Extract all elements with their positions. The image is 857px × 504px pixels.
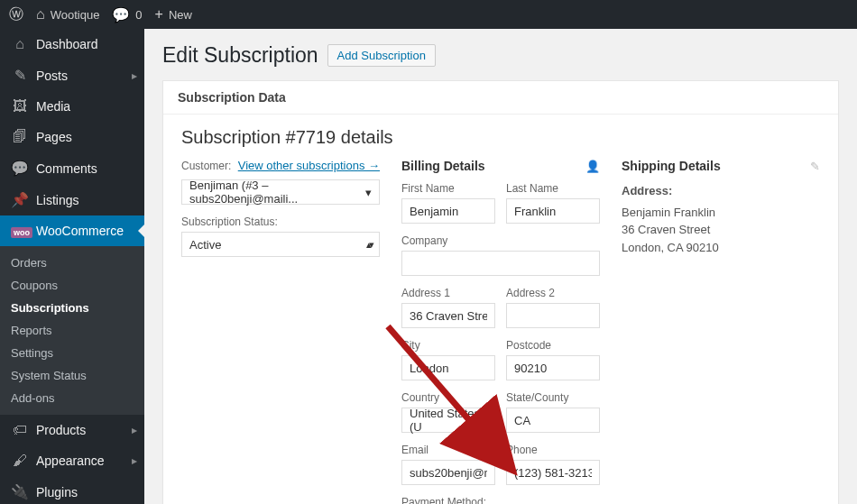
- payment-method-label: Payment Method:: [401, 496, 600, 504]
- address2-label: Address 2: [506, 287, 600, 299]
- plugins-icon: 🔌: [11, 483, 29, 500]
- postcode-label: Postcode: [506, 339, 600, 352]
- email-label: Email: [401, 444, 495, 456]
- general-column: Customer: View other subscriptions → Ben…: [181, 159, 380, 504]
- sidebar-item-pages[interactable]: 🗐Pages: [0, 122, 144, 152]
- sidebar-item-dashboard[interactable]: ⌂Dashboard: [0, 29, 144, 60]
- submenu-coupons[interactable]: Coupons: [0, 274, 144, 297]
- plus-icon: +: [155, 6, 163, 23]
- sidebar-item-media[interactable]: 🖼Media: [0, 91, 144, 122]
- sidebar-item-label: Products: [36, 423, 86, 437]
- sidebar-item-products[interactable]: 🏷Products▸: [0, 415, 144, 445]
- address-label: Address:: [622, 182, 820, 200]
- customer-select[interactable]: Benjiman (#3 – subs20benji@maili... ▾: [181, 179, 380, 205]
- site-home[interactable]: ⌂Wootique: [36, 6, 99, 23]
- phone-input[interactable]: [506, 460, 600, 485]
- submenu-orders[interactable]: Orders: [0, 252, 144, 274]
- sidebar-item-label: WooCommerce: [36, 224, 124, 238]
- city-label: City: [401, 339, 495, 352]
- subscription-heading: Subscription #7719 details: [181, 127, 820, 148]
- submenu-system-status[interactable]: System Status: [0, 364, 144, 387]
- last-name-label: Last Name: [506, 182, 600, 195]
- sidebar-item-label: Dashboard: [36, 37, 98, 51]
- view-other-subscriptions-link[interactable]: View other subscriptions →: [238, 159, 380, 172]
- sidebar-item-label: Appearance: [36, 454, 105, 468]
- status-value: Active: [189, 238, 221, 252]
- updown-icon: ▴▾: [482, 415, 487, 426]
- submenu-settings[interactable]: Settings: [0, 342, 144, 364]
- country-label: Country: [401, 391, 495, 404]
- city-input[interactable]: [401, 355, 495, 380]
- status-select[interactable]: Active ▴▾: [181, 232, 380, 257]
- submenu-reports[interactable]: Reports: [0, 319, 144, 342]
- customer-value: Benjiman (#3 – subs20benji@maili...: [189, 179, 365, 206]
- sidebar-item-label: Comments: [36, 161, 97, 176]
- address2-input[interactable]: [506, 303, 600, 328]
- pages-icon: 🗐: [11, 129, 29, 145]
- billing-title: Billing Details: [401, 159, 485, 173]
- box-title: Subscription Data: [163, 81, 838, 115]
- country-select[interactable]: United States (U▴▾: [401, 408, 495, 433]
- media-icon: 🖼: [11, 98, 29, 115]
- subscription-data-box: Subscription Data Subscription #7719 det…: [162, 80, 839, 504]
- site-name: Wootique: [51, 8, 100, 22]
- sidebar-item-posts[interactable]: ✎Posts▸: [0, 60, 144, 91]
- woocommerce-icon: woo: [11, 223, 29, 239]
- chevron-right-icon: ▸: [132, 424, 137, 436]
- posts-icon: ✎: [11, 67, 29, 84]
- state-label: State/County: [506, 391, 600, 404]
- home-icon: ⌂: [36, 6, 45, 23]
- wordpress-icon: ⓦ: [9, 5, 23, 24]
- address1-label: Address 1: [401, 287, 495, 299]
- sidebar-item-woocommerce[interactable]: wooWooCommerce: [0, 215, 144, 246]
- sidebar-item-comments[interactable]: 💬Comments: [0, 152, 144, 184]
- load-billing-icon[interactable]: 👤: [585, 160, 600, 173]
- last-name-input[interactable]: [506, 198, 600, 224]
- company-label: Company: [401, 234, 600, 247]
- shipping-title: Shipping Details: [622, 159, 721, 173]
- email-input[interactable]: [401, 460, 495, 485]
- appearance-icon: 🖌: [11, 453, 29, 469]
- country-value: United States (U: [410, 407, 482, 434]
- chevron-right-icon: ▸: [132, 69, 137, 82]
- comments-count: 0: [135, 8, 142, 22]
- sidebar-item-label: Pages: [36, 130, 72, 144]
- add-subscription-button[interactable]: Add Subscription: [327, 44, 436, 67]
- phone-label: Phone: [506, 444, 600, 456]
- company-input[interactable]: [401, 251, 600, 276]
- state-input[interactable]: [506, 408, 600, 433]
- sidebar-item-appearance[interactable]: 🖌Appearance▸: [0, 445, 144, 476]
- first-name-label: First Name: [401, 182, 495, 195]
- comments-link[interactable]: 💬0: [112, 6, 142, 23]
- submenu-subscriptions[interactable]: Subscriptions: [0, 297, 144, 319]
- comment-icon: 💬: [112, 6, 130, 23]
- new-label: New: [169, 8, 192, 22]
- dashboard-icon: ⌂: [11, 36, 29, 52]
- shipping-line-2: 36 Craven Street: [622, 221, 820, 239]
- new-content[interactable]: +New: [155, 6, 192, 23]
- address1-input[interactable]: [401, 303, 495, 328]
- products-icon: 🏷: [11, 422, 29, 438]
- admin-sidebar: ⌂Dashboard✎Posts▸🖼Media🗐Pages💬Comments📌L…: [0, 29, 144, 504]
- chevron-down-icon: ▾: [365, 186, 372, 199]
- sidebar-item-plugins[interactable]: 🔌Plugins: [0, 476, 144, 504]
- postcode-input[interactable]: [506, 355, 600, 380]
- sidebar-item-label: Listings: [36, 193, 78, 207]
- shipping-line-1: Benjamin Franklin: [622, 204, 820, 222]
- billing-column: Billing Details 👤 First Name Last Name C…: [401, 159, 600, 504]
- wp-logo[interactable]: ⓦ: [9, 5, 23, 24]
- updown-icon: ▴▾: [366, 239, 372, 251]
- page-title-row: Edit Subscription Add Subscription: [162, 43, 839, 68]
- status-label: Subscription Status:: [181, 215, 380, 228]
- sidebar-item-label: Plugins: [36, 485, 78, 499]
- first-name-input[interactable]: [401, 198, 495, 224]
- submenu-add-ons[interactable]: Add-ons: [0, 387, 144, 409]
- edit-shipping-icon[interactable]: ✎: [810, 160, 820, 173]
- sidebar-item-label: Media: [36, 99, 70, 114]
- content-area: Edit Subscription Add Subscription Subsc…: [144, 29, 857, 504]
- comments-icon: 💬: [11, 160, 29, 177]
- sidebar-submenu: OrdersCouponsSubscriptionsReportsSetting…: [0, 246, 144, 415]
- adminbar: ⓦ ⌂Wootique 💬0 +New: [0, 0, 857, 29]
- sidebar-item-listings[interactable]: 📌Listings: [0, 184, 144, 215]
- listings-icon: 📌: [11, 191, 29, 208]
